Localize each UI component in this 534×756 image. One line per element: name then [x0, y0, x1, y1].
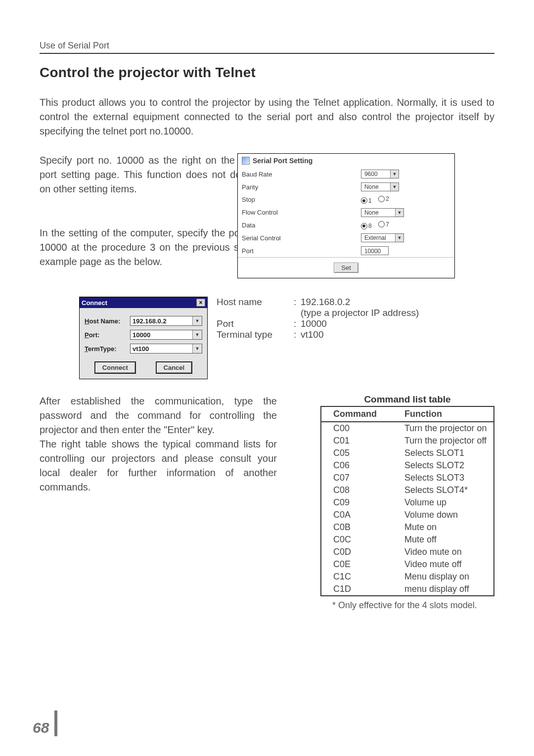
paragraph-specify-port: Specify port no. 10000 as the right on t…: [40, 153, 263, 196]
page-header: Use of Serial Port: [40, 41, 494, 54]
section-title: Control the projector with Telnet: [40, 65, 494, 81]
host-name-key: Host name: [217, 297, 294, 308]
stop-radio-1-label: 1: [368, 197, 372, 204]
chevron-down-icon: ▼: [390, 170, 399, 178]
termtype-input[interactable]: vt100 ▼: [130, 344, 202, 354]
command-table-header-command: Command: [321, 406, 399, 422]
stop-label: Stop: [238, 193, 357, 206]
host-name-val: 192.168.0.2: [301, 297, 350, 308]
host-name-value: 192.168.0.2: [131, 317, 192, 325]
port-value-dlg: 10000: [131, 331, 192, 339]
termtype-value: vt100: [131, 345, 192, 353]
function-cell: Selects SLOT2: [399, 459, 494, 472]
parity-dropdown[interactable]: None ▼: [361, 182, 399, 191]
set-button[interactable]: Set: [334, 263, 358, 273]
function-cell: Turn the projector off: [399, 435, 494, 447]
port-input-dlg[interactable]: 10000 ▼: [130, 330, 202, 340]
serial-control-dropdown[interactable]: External ▼: [361, 233, 404, 242]
command-cell: C1C: [321, 571, 399, 583]
data-radio-7-label: 7: [386, 221, 389, 228]
stop-radio-2-label: 2: [386, 195, 389, 202]
port-input[interactable]: 10000: [361, 246, 389, 255]
function-cell: Volume up: [399, 496, 494, 509]
chevron-down-icon: ▼: [395, 234, 403, 242]
paragraph-after-comm: After established the communication, typ…: [40, 394, 277, 437]
function-cell: Selects SLOT4*: [399, 484, 494, 496]
close-icon[interactable]: ×: [196, 299, 205, 307]
paragraph-command-list-info: The right table shows the typical comman…: [40, 437, 277, 494]
function-cell: Turn the projector on: [399, 422, 494, 435]
command-table: Command Function C00Turn the projector o…: [320, 406, 494, 596]
command-table-header-function: Function: [399, 406, 494, 422]
table-row: C01Turn the projector off: [321, 435, 494, 447]
window-icon: [242, 157, 250, 165]
table-row: C0BMute on: [321, 521, 494, 534]
table-row: C0AVolume down: [321, 509, 494, 521]
data-radio-7[interactable]: 7: [378, 221, 389, 228]
connect-button[interactable]: Connect: [94, 361, 136, 374]
host-name-input[interactable]: 192.168.0.2 ▼: [130, 316, 202, 326]
data-radio-8[interactable]: 8: [361, 222, 372, 229]
port-label-dlg: Port:: [85, 331, 127, 339]
function-cell: Selects SLOT3: [399, 472, 494, 484]
command-cell: C0C: [321, 534, 399, 546]
flow-control-label: Flow Control: [238, 206, 357, 219]
command-cell: C0B: [321, 521, 399, 534]
function-cell: Menu display on: [399, 571, 494, 583]
serial-control-value: External: [361, 234, 395, 241]
function-cell: Video mute on: [399, 546, 494, 558]
data-radio-8-label: 8: [368, 222, 372, 229]
table-row: C0DVideo mute on: [321, 546, 494, 558]
chevron-down-icon: ▼: [192, 344, 202, 353]
flow-control-value: None: [361, 209, 395, 216]
command-cell: C06: [321, 459, 399, 472]
chevron-down-icon: ▼: [192, 330, 202, 339]
table-row: C05Selects SLOT1: [321, 447, 494, 459]
baud-rate-value: 9600: [361, 171, 390, 178]
command-cell: C07: [321, 472, 399, 484]
function-cell: Selects SLOT1: [399, 447, 494, 459]
table-row: C0CMute off: [321, 534, 494, 546]
command-cell: C00: [321, 422, 399, 435]
connect-dialog-title: Connect: [82, 299, 107, 307]
baud-rate-label: Baud Rate: [238, 168, 357, 180]
terminal-type-val: vt100: [301, 329, 323, 340]
baud-rate-dropdown[interactable]: 9600 ▼: [361, 170, 399, 178]
chevron-down-icon: ▼: [395, 209, 403, 217]
terminal-type-key: Terminal type: [217, 329, 294, 340]
function-cell: Mute on: [399, 521, 494, 534]
cancel-button[interactable]: Cancel: [156, 361, 193, 374]
panel-title: Serial Port Setting: [253, 157, 312, 165]
command-cell: C01: [321, 435, 399, 447]
port-val: 10000: [301, 318, 327, 329]
connection-summary: Host name : 192.168.0.2 (type a projecto…: [217, 297, 419, 340]
chevron-down-icon: ▼: [192, 316, 202, 325]
command-table-caption: Command list table: [320, 394, 494, 405]
connect-dialog: Connect × Host Name: 192.168.0.2 ▼ Port:…: [79, 297, 208, 379]
intro-paragraph: This product allows you to control the p…: [40, 95, 494, 138]
stop-radio-1[interactable]: 1: [361, 197, 372, 204]
table-row: C1Dmenu display off: [321, 583, 494, 596]
stop-radio-2[interactable]: 2: [378, 195, 389, 202]
table-row: C1CMenu display on: [321, 571, 494, 583]
serial-control-label: Serial Control: [238, 231, 357, 244]
parity-value: None: [361, 183, 390, 190]
table-row: C0EVideo mute off: [321, 558, 494, 571]
page-number: 68: [33, 719, 49, 736]
host-name-label: Host Name:: [85, 317, 127, 325]
page-number-bar: [54, 711, 57, 736]
host-name-note: (type a projector IP address): [301, 308, 419, 318]
function-cell: Video mute off: [399, 558, 494, 571]
flow-control-dropdown[interactable]: None ▼: [361, 208, 404, 217]
command-cell: C08: [321, 484, 399, 496]
table-row: C00Turn the projector on: [321, 422, 494, 435]
paragraph-computer-setting: In the setting of the computer, specify …: [40, 226, 263, 269]
serial-port-setting-panel: Serial Port Setting Baud Rate 9600 ▼ Par…: [237, 153, 455, 278]
chevron-down-icon: ▼: [390, 183, 399, 191]
command-cell: C09: [321, 496, 399, 509]
command-cell: C05: [321, 447, 399, 459]
function-cell: menu display off: [399, 583, 494, 596]
command-cell: C0A: [321, 509, 399, 521]
table-row: C09Volume up: [321, 496, 494, 509]
function-cell: Mute off: [399, 534, 494, 546]
